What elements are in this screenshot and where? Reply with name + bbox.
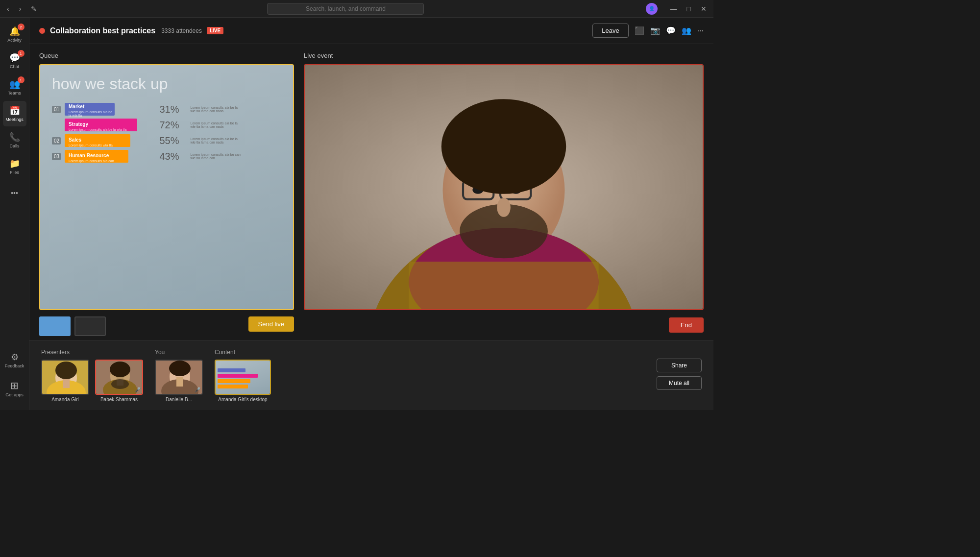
row-num: 03 — [52, 153, 61, 160]
mini-bar-4 — [218, 385, 248, 388]
small-desc-market: Lorem ipsum consults ala be lawle tla la… — [191, 106, 282, 113]
chart-row-strategy: 01 Strategy Lorem ipsum consults ala be … — [52, 119, 281, 131]
svg-rect-28 — [176, 377, 183, 387]
feedback-icon: ⚙ — [11, 352, 19, 363]
screen-share-icon[interactable]: ⬛ — [635, 26, 644, 35]
live-bottom: End — [304, 315, 704, 333]
sidebar: 2 🔔 Activity 1 💬 Chat 1 👥 Teams 📅 Meetin… — [0, 18, 29, 410]
meeting-header: Collaboration best practices 3333 attend… — [29, 18, 713, 44]
chart-area: 01 Market Lorem ipsum consults ala be la… — [52, 103, 281, 163]
slide-content: how we stack up 01 Market Lorem ipsum c — [40, 65, 293, 309]
title-bar-right: 👤 — □ ✕ — [646, 3, 710, 15]
bar-sublabel: Lorem ipsum consults ala be la wla tla — [69, 110, 115, 117]
bar-group-strategy: Strategy Lorem ipsum consults ala be la … — [65, 119, 156, 131]
sidebar-item-label: Calls — [9, 144, 19, 148]
video-feed — [305, 65, 703, 309]
bar-sublabel: Lorem ipsum consults ala can — [69, 159, 114, 163]
percent-label-market: 31% — [160, 104, 187, 115]
chart-row-hr: 03 Human Resource Lorem ipsum consults a… — [52, 150, 281, 163]
chat-icon[interactable]: 💬 — [666, 26, 676, 35]
edit-button[interactable]: ✎ — [28, 4, 40, 14]
sidebar-item-getapps[interactable]: ⊞ Get apps — [3, 376, 26, 401]
content-cards: Amanda Giri's desktop — [215, 360, 271, 402]
more-icon: ••• — [11, 189, 18, 197]
video-svg — [305, 65, 703, 309]
teams-badge: 1 — [18, 76, 24, 83]
mini-bars — [218, 368, 268, 388]
thumb-2[interactable] — [74, 316, 106, 336]
activity-badge: 2 — [18, 24, 24, 30]
percent-label-hr: 43% — [160, 151, 187, 162]
sidebar-item-feedback[interactable]: ⚙ Feedback — [3, 347, 26, 373]
percent-label-strategy: 72% — [160, 120, 187, 131]
leave-button[interactable]: Leave — [592, 24, 628, 38]
thumb-1[interactable] — [39, 316, 71, 336]
bar-group-hr: Human Resource Lorem ipsum consults ala … — [65, 150, 156, 163]
nav-buttons: ‹ › ✎ — [4, 4, 40, 14]
close-button[interactable]: ✕ — [698, 4, 710, 14]
send-live-button[interactable]: Send live — [248, 316, 294, 332]
chart-row-market: 01 Market Lorem ipsum consults ala be la… — [52, 103, 281, 116]
svg-point-24 — [111, 379, 129, 389]
end-button[interactable]: End — [669, 317, 704, 333]
content-label: Content — [215, 349, 271, 356]
sidebar-item-files[interactable]: 📁 Files — [3, 154, 26, 179]
minimize-button[interactable]: — — [667, 4, 680, 14]
percent-label-sales: 55% — [160, 135, 187, 146]
you-card-danielle[interactable]: 🎤 Danielle B... — [155, 360, 203, 402]
bar-market: Market Lorem ipsum consults ala be la wl… — [65, 103, 115, 116]
svg-point-23 — [110, 362, 130, 377]
slide-thumbnails — [39, 316, 106, 336]
live-badge: LIVE — [207, 27, 223, 34]
sidebar-item-more[interactable]: ••• — [3, 180, 26, 206]
search-input[interactable] — [267, 3, 424, 15]
mic-icon-danielle: 🎤 — [195, 387, 200, 392]
bar-sublabel: Lorem ipsum consults wla tla — [69, 144, 113, 147]
main-stage: Queue how we stack up 01 Mark — [29, 44, 713, 340]
sidebar-item-label: Files — [10, 170, 19, 175]
camera-icon[interactable]: 📷 — [650, 26, 660, 35]
row-num: 01 — [52, 106, 61, 113]
maximize-button[interactable]: □ — [684, 4, 694, 14]
sidebar-item-meetings[interactable]: 📅 Meetings — [3, 101, 26, 126]
sidebar-item-chat[interactable]: 1 💬 Chat — [3, 48, 26, 73]
live-indicator-dot — [39, 28, 45, 34]
live-section: Live event — [304, 52, 704, 333]
forward-button[interactable]: › — [16, 4, 24, 14]
svg-point-18 — [55, 362, 77, 379]
small-desc-hr: Lorem ipsum consults ala be canwle tla l… — [191, 153, 282, 160]
mini-bar-1 — [218, 368, 245, 372]
you-cards: 🎤 Danielle B... — [155, 360, 203, 402]
mini-bar-3 — [218, 379, 250, 383]
you-name-danielle: Danielle B... — [166, 397, 192, 402]
app-layout: 2 🔔 Activity 1 💬 Chat 1 👥 Teams 📅 Meetin… — [0, 18, 713, 410]
sidebar-item-label: Chat — [10, 64, 19, 69]
sidebar-item-label: Activity — [7, 38, 22, 43]
sidebar-item-calls[interactable]: 📞 Calls — [3, 127, 26, 153]
avatar[interactable]: 👤 — [646, 3, 658, 15]
queue-section: Queue how we stack up 01 Mark — [39, 52, 294, 333]
sidebar-bottom: ⚙ Feedback ⊞ Get apps — [3, 347, 26, 406]
sidebar-item-teams[interactable]: 1 👥 Teams — [3, 74, 26, 100]
presenter-card-amanda[interactable]: Amanda Giri — [41, 360, 89, 402]
svg-rect-13 — [409, 262, 598, 309]
amanda-svg — [42, 361, 89, 395]
participants-icon[interactable]: 👥 — [682, 26, 691, 35]
content-card-desktop[interactable]: Amanda Giri's desktop — [215, 360, 271, 402]
more-options-icon[interactable]: ··· — [697, 26, 704, 35]
back-button[interactable]: ‹ — [4, 4, 12, 14]
bar-sublabel: Lorem ipsum consults ala be la wla tla — [69, 128, 126, 131]
presenter-card-babek[interactable]: 🎤 Babek Shammas — [95, 360, 143, 402]
amanda-video — [42, 361, 88, 394]
svg-point-12 — [441, 99, 566, 194]
presenter-cards: Amanda Giri — [41, 360, 143, 402]
bar-group-market: Market Lorem ipsum consults ala be la wl… — [65, 103, 156, 116]
chart-row-sales: 02 Sales Lorem ipsum consults wla tla — [52, 134, 281, 147]
you-section: You — [155, 349, 203, 402]
content-name: Amanda Giri's desktop — [218, 397, 267, 402]
sidebar-item-activity[interactable]: 2 🔔 Activity — [3, 22, 26, 47]
mute-all-button[interactable]: Mute all — [657, 376, 702, 390]
files-icon: 📁 — [9, 158, 20, 169]
share-button[interactable]: Share — [657, 359, 702, 372]
bar-group-sales: Sales Lorem ipsum consults wla tla — [65, 134, 156, 147]
